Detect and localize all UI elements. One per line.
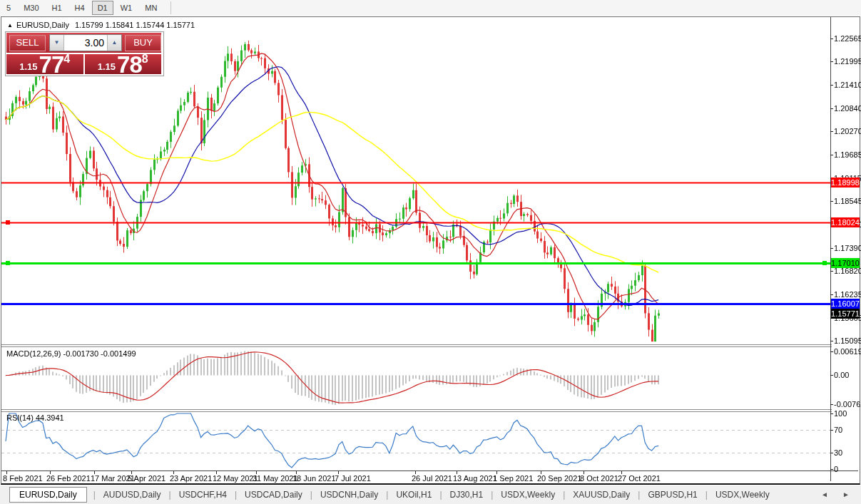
tab-separator: | — [310, 490, 312, 500]
price-tick-label: 1.22565 — [834, 34, 861, 43]
tabs-scroll-left-icon[interactable]: ◄ — [821, 490, 828, 498]
date-label: 8 Feb 2021 — [3, 474, 43, 483]
volume-decrease-button[interactable]: ▼ — [50, 35, 64, 51]
hline-price-badge: 1.17010 — [831, 258, 860, 268]
volume-input[interactable] — [64, 35, 107, 51]
rsi-tick-label: 70 — [834, 426, 842, 434]
macd-tick-label: -0.007621 — [834, 400, 861, 408]
buy-price-display: 1.15 78 8 — [85, 54, 162, 74]
volume-increase-button[interactable]: ▲ — [107, 35, 121, 51]
sell-price-sup: 4 — [63, 53, 70, 66]
tab-separator: | — [169, 490, 171, 500]
toolbar-separator — [170, 1, 171, 14]
price-tick-label: 1.18545 — [834, 197, 861, 205]
timeframe-button-h1[interactable]: H1 — [46, 1, 68, 15]
buy-price-big: 78 — [117, 56, 142, 74]
volume-stepper: ▼ ▲ — [49, 34, 122, 51]
tab-usdcad-daily[interactable]: USDCAD,Daily — [243, 487, 304, 503]
tab-separator: | — [563, 490, 565, 500]
tabs-scroll-right-icon[interactable]: ► — [842, 490, 850, 498]
price-tick-label: 1.20270 — [834, 127, 861, 135]
tab-usdx-weekly[interactable]: USDX,Weekly — [499, 487, 556, 503]
date-label: 12 May 2021 — [213, 474, 258, 483]
sell-price-base: 1.15 — [19, 61, 37, 72]
tab-usdx-weekly[interactable]: USDX,Weekly — [714, 487, 771, 503]
buy-price-base: 1.15 — [98, 61, 116, 72]
date-label: 20 Sep 2021 — [537, 474, 581, 483]
chart-tab-bar: ◄ ► EURUSD,Daily|AUDUSD,Daily|USDCHF,H4|… — [0, 485, 861, 504]
price-tick-label: 1.20840 — [834, 104, 861, 113]
tab-audusd-daily[interactable]: AUDUSD,Daily — [102, 487, 163, 503]
date-label: 13 Aug 2021 — [453, 474, 497, 483]
rsi-tick-label: 100 — [834, 409, 847, 418]
price-tick-label: 1.16235 — [834, 290, 861, 299]
tab-separator: | — [439, 490, 442, 500]
timeframe-button-m30[interactable]: M30 — [18, 1, 44, 15]
timeframe-toolbar: 5M30H1H4D1W1MN — [0, 0, 861, 16]
price-tick-label: 1.15095 — [834, 336, 861, 345]
price-tick-label: 1.19685 — [834, 150, 861, 159]
trade-panel-prices: 1.15 77 4 1.15 78 8 — [6, 54, 161, 74]
one-click-trading-panel: SELL ▼ ▲ BUY 1.15 77 4 1.15 78 8 — [5, 31, 164, 76]
tab-usdchf-h4[interactable]: USDCHF,H4 — [178, 487, 228, 503]
timeframe-button-w1[interactable]: W1 — [115, 1, 138, 15]
tab-xauusd-daily[interactable]: XAUUSD,Daily — [571, 487, 631, 503]
date-label: 7 Jul 2021 — [335, 474, 371, 483]
tab-separator: | — [491, 490, 493, 500]
date-label: 26 Feb 2021 — [46, 474, 91, 483]
date-label: 18 Jun 2021 — [292, 474, 336, 483]
date-label: 23 Apr 2021 — [170, 474, 212, 483]
tab-eurusd-daily[interactable]: EURUSD,Daily — [9, 487, 87, 503]
date-label: 5 Apr 2021 — [128, 474, 165, 483]
timeframe-button-mn[interactable]: MN — [139, 1, 163, 15]
timeframe-button-d1[interactable]: D1 — [92, 1, 113, 15]
price-tick-label: 1.17390 — [834, 244, 861, 252]
price-tick-label: 1.21410 — [834, 81, 861, 89]
macd-tick-label: 0.00 — [834, 371, 849, 379]
tab-separator: | — [93, 490, 96, 500]
hline-price-badge: 1.18998 — [831, 178, 860, 187]
chart-symbol: EURUSD,Daily — [16, 21, 69, 29]
tab-separator: | — [705, 490, 708, 500]
current-price-badge: 1.15771 — [831, 309, 860, 319]
date-label: 31 May 2021 — [253, 474, 298, 483]
sell-price-display: 1.15 77 4 — [6, 54, 83, 74]
chart-window: ▲EURUSD,Daily1.15799 1.15841 1.15744 1.1… — [1, 16, 860, 485]
collapse-triangle-icon[interactable]: ▲ — [7, 22, 13, 29]
tab-separator: | — [638, 490, 640, 500]
macd-label: MACD(12,26,9) -0.001730 -0.001499 — [6, 349, 136, 358]
rsi-tick-label: 0 — [834, 465, 838, 473]
tab-separator: | — [235, 490, 237, 500]
tab-separator: | — [386, 490, 388, 500]
tab-usdcnh-daily[interactable]: USDCNH,Daily — [319, 487, 379, 503]
tab-gbpusd-h1[interactable]: GBPUSD,H1 — [646, 487, 698, 503]
rsi-tick-label: 30 — [834, 448, 842, 457]
date-label: 1 Sep 2021 — [493, 474, 533, 483]
macd-tick-label: 0.006193 — [834, 347, 861, 356]
buy-price-sup: 8 — [142, 53, 148, 66]
timeframe-button-h4[interactable]: H4 — [69, 1, 91, 15]
hline-price-badge: 1.18024 — [831, 217, 860, 227]
date-label: 8 Oct 2021 — [580, 474, 618, 483]
hline-price-badge: 1.16007 — [831, 299, 860, 309]
rsi-label: RSI(14) 44.3941 — [6, 413, 64, 422]
tab-dj30-h1[interactable]: DJ30,H1 — [449, 487, 485, 503]
chart-title: ▲EURUSD,Daily1.15799 1.15841 1.15744 1.1… — [7, 21, 195, 29]
sell-button[interactable]: SELL — [9, 35, 46, 51]
date-label: 26 Jul 2021 — [412, 474, 452, 483]
buy-button[interactable]: BUY — [125, 35, 161, 51]
trade-panel-top-row: SELL ▼ ▲ BUY — [6, 33, 161, 53]
price-tick-label: 1.21995 — [834, 57, 861, 66]
timeframe-button-5[interactable]: 5 — [1, 1, 16, 15]
chart-canvas[interactable] — [1, 17, 858, 481]
date-label: 27 Oct 2021 — [618, 474, 661, 483]
chart-ohlc-values: 1.15799 1.15841 1.15744 1.15771 — [75, 21, 195, 29]
sell-price-big: 77 — [39, 56, 64, 74]
tab-ukoil-h1[interactable]: UKOil,H1 — [394, 487, 433, 503]
